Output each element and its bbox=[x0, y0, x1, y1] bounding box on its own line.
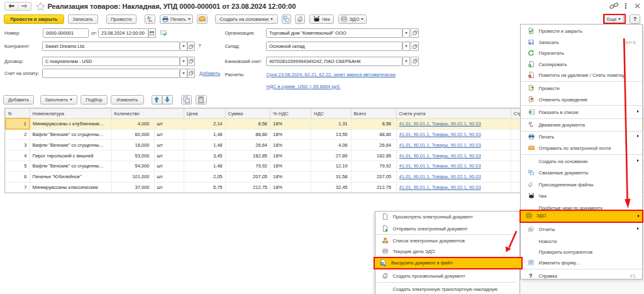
svg-text:Кт: Кт bbox=[530, 125, 534, 128]
svg-text:Кт: Кт bbox=[148, 19, 152, 23]
